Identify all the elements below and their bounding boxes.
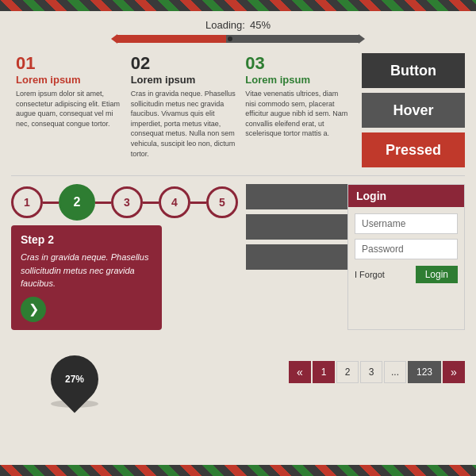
step-1[interactable]: 1 — [11, 186, 43, 218]
login-panel: Login Username Password I Forgot Login — [347, 184, 465, 330]
top-stripe — [0, 0, 476, 11]
col2-number: 02 — [131, 53, 236, 74]
loading-label: Loading: — [205, 19, 245, 31]
button-normal[interactable]: Button — [362, 53, 465, 88]
buttons-panel: Button Hover Pressed — [362, 53, 465, 167]
col3-text: Vitae venenatis ultrices, diam nisi comm… — [245, 89, 351, 139]
col3-number: 03 — [245, 53, 351, 74]
col1-number: 01 — [16, 53, 121, 74]
step-5[interactable]: 5 — [206, 186, 238, 218]
bottom-stripe — [0, 465, 476, 476]
pagination-next[interactable]: » — [443, 361, 465, 383]
step-4[interactable]: 4 — [159, 186, 190, 218]
login-button[interactable]: Login — [416, 266, 458, 283]
step-3[interactable]: 3 — [111, 186, 143, 218]
page-2[interactable]: 2 — [336, 361, 359, 383]
col3-title: Lorem ipsum — [245, 74, 351, 86]
map-section: 27% — [11, 336, 138, 408]
column-3: 03 Lorem ipsum Vitae venenatis ultrices,… — [240, 53, 355, 167]
search-bar-3: 🔍 — [246, 244, 341, 270]
step-2-active[interactable]: 2 — [59, 184, 95, 221]
login-footer: I Forgot Login — [348, 266, 464, 290]
col1-title: Lorem ipsum — [16, 74, 121, 86]
page-dots[interactable]: ... — [384, 361, 406, 383]
search-bar-1: 🔍 — [246, 184, 341, 209]
three-columns: 01 Lorem ipsum Lorem ipsum dolor sit ame… — [11, 53, 355, 167]
search-bars: 🔍 🔍 🔍 — [246, 184, 341, 330]
step-box-title: Step 2 — [21, 233, 152, 246]
pagination: « 1 2 3 ... 123 » — [289, 361, 465, 383]
page-3[interactable]: 3 — [360, 361, 382, 383]
search-bar-2: 🔍 — [246, 214, 341, 240]
col2-title: Lorem ipsum — [131, 74, 236, 86]
step-box-text: Cras in gravida neque. Phasellus sollici… — [21, 251, 152, 290]
column-1: 01 Lorem ipsum Lorem ipsum dolor sit ame… — [11, 53, 126, 167]
bottom-row: 27% « 1 2 3 ... 123 » — [11, 336, 465, 408]
step-next-button[interactable]: ❯ — [21, 297, 46, 322]
password-field[interactable]: Password — [355, 239, 458, 259]
loading-percent: 45% — [250, 19, 271, 31]
step-box: Step 2 Cras in gravida neque. Phasellus … — [11, 225, 162, 330]
steps-section: 1 2 3 4 5 Step 2 Cras in gravida neque. … — [11, 184, 240, 330]
username-field[interactable]: Username — [355, 213, 458, 234]
login-body: Username Password — [348, 207, 464, 266]
top-row: 01 Lorem ipsum Lorem ipsum dolor sit ame… — [11, 53, 465, 167]
button-hover[interactable]: Hover — [362, 93, 465, 128]
button-pressed[interactable]: Pressed — [362, 132, 465, 167]
page-1[interactable]: 1 — [313, 361, 335, 383]
loading-section: Loading: 45% — [11, 19, 465, 44]
map-percent: 27% — [65, 374, 84, 385]
pagination-prev[interactable]: « — [289, 361, 311, 383]
page-last[interactable]: 123 — [408, 361, 441, 383]
col1-text: Lorem ipsum dolor sit amet, consectetur … — [16, 89, 121, 129]
steps-circles: 1 2 3 4 5 — [11, 184, 240, 221]
login-header: Login — [348, 185, 464, 207]
col2-text: Cras in gravida neque. Phasellus sollici… — [131, 89, 236, 159]
middle-row: 1 2 3 4 5 Step 2 Cras in gravida neque. … — [11, 184, 465, 330]
column-2: 02 Lorem ipsum Cras in gravida neque. Ph… — [126, 53, 241, 167]
map-pin: 27% — [51, 355, 98, 408]
forgot-link[interactable]: I Forgot — [355, 270, 385, 279]
